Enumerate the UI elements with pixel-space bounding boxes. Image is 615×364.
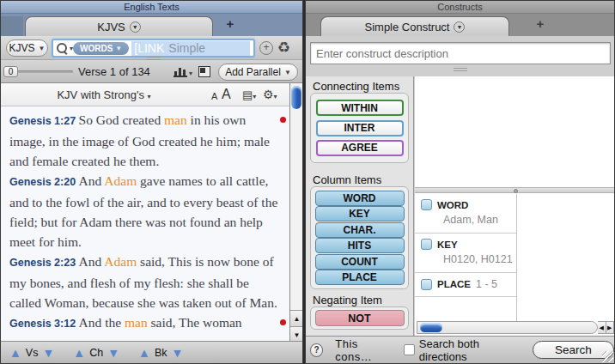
- verse-slider[interactable]: [18, 70, 73, 73]
- search-text-selection[interactable]: [LINK Simple: [131, 41, 250, 56]
- construct-canvas[interactable]: WORD Adam, Man KEY H0120, H0121 PLACE 1 …: [415, 76, 614, 336]
- new-tab-button[interactable]: +: [217, 16, 243, 35]
- verse-down-button[interactable]: ▼: [42, 346, 54, 360]
- search-input[interactable]: ▾ WORDS ▼ [LINK Simple: [52, 39, 255, 58]
- verse-status: Verse 1 of 134: [78, 65, 150, 78]
- verse-ref[interactable]: Genesis 3:12: [9, 318, 79, 330]
- instant-details-icon[interactable]: [198, 66, 210, 77]
- scroll-left-button[interactable]: ◀: [598, 321, 606, 334]
- window-title[interactable]: Constructs: [306, 1, 614, 14]
- verse-marker-dot[interactable]: [280, 117, 286, 123]
- tab-bar: KJVS ▼ +: [1, 14, 302, 36]
- agree-button[interactable]: AGREE: [316, 140, 404, 156]
- scope-pill-words[interactable]: WORDS ▼: [73, 42, 129, 55]
- column-items-label: Column Items: [313, 173, 381, 186]
- book-step-group: ▲ Bk ▼: [138, 346, 183, 360]
- increase-font-button[interactable]: A: [222, 87, 231, 102]
- book-down-button[interactable]: ▼: [171, 346, 183, 360]
- construct-description-input[interactable]: [310, 42, 611, 64]
- char-button[interactable]: CHAR.: [315, 222, 405, 238]
- add-parallel-button[interactable]: Add Parallel ▼: [218, 64, 298, 81]
- key-button[interactable]: KEY: [315, 206, 405, 221]
- negating-item-label: Negating Item: [313, 294, 382, 306]
- new-tab-button[interactable]: +: [527, 16, 553, 35]
- chevron-down-icon[interactable]: ▾: [189, 70, 192, 77]
- checkbox-label: Search both directions: [419, 337, 525, 363]
- verse-slider-value[interactable]: 0: [3, 66, 18, 77]
- item-checkbox[interactable]: [421, 279, 432, 290]
- within-button[interactable]: WITHIN: [316, 100, 404, 116]
- construct-palette: Connecting Items WITHIN INTER AGREE Colu…: [306, 76, 414, 336]
- highlighted-word: Adam: [104, 173, 137, 188]
- tab-kjvs[interactable]: KJVS ▼: [25, 16, 213, 36]
- horizontal-scrollbar[interactable]: [417, 321, 598, 334]
- verse-step-label: Vs: [26, 347, 39, 359]
- tab-label: Simple Construct: [365, 21, 450, 33]
- recycle-icon[interactable]: ♻: [277, 39, 290, 57]
- count-button[interactable]: COUNT: [315, 254, 405, 270]
- verse: Genesis 2:23 And Adam said, This is now …: [9, 252, 279, 312]
- gear-icon[interactable]: ⚙▾: [263, 88, 277, 101]
- column-divider[interactable]: [516, 194, 517, 322]
- inter-button[interactable]: INTER: [316, 120, 404, 136]
- text-pane-title[interactable]: KJV with Strong's ▾: [1, 88, 207, 101]
- add-search-button[interactable]: +: [259, 41, 273, 55]
- item-checkbox[interactable]: [421, 239, 432, 250]
- tab-bar: Simple Construct ▼ +: [306, 14, 614, 36]
- english-texts-window: English Texts KJVS ▼ + KJVS ▼ ▾ WORDS ▼ …: [0, 0, 303, 364]
- item-checkbox[interactable]: [421, 199, 432, 210]
- scope-label: WORDS: [80, 44, 113, 53]
- item-label: WORD: [437, 200, 468, 210]
- item-value: 1 - 5: [476, 278, 497, 290]
- tab-label: KJVS: [97, 21, 125, 33]
- negating-item-box: NOT: [310, 306, 409, 330]
- analysis-chart-icon[interactable]: [174, 67, 187, 77]
- notes-icon[interactable]: ▤▾: [242, 88, 256, 101]
- place-button[interactable]: PLACE: [315, 270, 405, 285]
- column-header-strip[interactable]: [415, 187, 614, 193]
- tab-menu-icon[interactable]: ▼: [130, 21, 141, 33]
- chapter-down-button[interactable]: ▼: [107, 346, 119, 360]
- verse-text: So God created: [79, 112, 164, 127]
- connecting-items-label: Connecting Items: [313, 80, 399, 93]
- item-label: PLACE: [437, 279, 471, 289]
- module-label: KJVS: [9, 42, 35, 54]
- column-drag-handle[interactable]: [514, 189, 518, 193]
- verse-ref[interactable]: Genesis 2:23: [9, 257, 79, 269]
- scrollbar-thumb[interactable]: [291, 86, 301, 109]
- verse-marker-dot[interactable]: [280, 319, 286, 325]
- pane-resize-grip[interactable]: [454, 68, 467, 71]
- verse-up-button[interactable]: ▲: [9, 346, 21, 360]
- verse-ref[interactable]: Genesis 1:27: [9, 115, 79, 127]
- verse: Genesis 2:20 And Adam gave names to all …: [9, 171, 279, 252]
- link-rest-text: Simple: [168, 41, 205, 55]
- module-select-button[interactable]: KJVS ▼: [6, 39, 48, 57]
- not-button[interactable]: NOT: [315, 310, 405, 326]
- tab-menu-icon[interactable]: ▼: [454, 21, 465, 33]
- word-button[interactable]: WORD: [315, 191, 405, 206]
- scrollbar-thumb[interactable]: [420, 323, 442, 332]
- search-icon[interactable]: [57, 43, 68, 54]
- window-resize-grip[interactable]: [602, 351, 613, 362]
- chapter-up-button[interactable]: ▲: [73, 346, 85, 360]
- scroll-up-button[interactable]: ▲: [290, 310, 303, 326]
- construct-item-word[interactable]: WORD Adam, Man: [415, 194, 516, 234]
- tab-simple-construct[interactable]: Simple Construct ▼: [320, 16, 509, 36]
- construct-item-place[interactable]: PLACE 1 - 5: [415, 273, 516, 297]
- decrease-font-button[interactable]: A: [211, 91, 217, 101]
- chevron-down-icon: ▼: [284, 69, 291, 76]
- verse-ref[interactable]: Genesis 2:20: [9, 176, 79, 188]
- hits-button[interactable]: HITS: [315, 238, 405, 253]
- verse-nav-bar: 0 Verse 1 of 134 ▾ Add Parallel ▼: [1, 60, 302, 83]
- verse-step-group: ▲ Vs ▼: [9, 346, 54, 360]
- construct-item-key[interactable]: KEY H0120, H0121: [415, 234, 516, 273]
- help-button[interactable]: ?: [310, 343, 323, 357]
- search-both-directions-checkbox[interactable]: [404, 344, 414, 355]
- vertical-scrollbar[interactable]: ▲ ▼: [289, 83, 302, 343]
- link-token-text: [LINK: [134, 41, 164, 55]
- scroll-right-button[interactable]: ▶: [606, 321, 615, 334]
- description-zone: [306, 36, 614, 76]
- window-title[interactable]: English Texts: [1, 1, 302, 14]
- chapter-step-label: Ch: [89, 347, 103, 359]
- book-up-button[interactable]: ▲: [138, 346, 150, 360]
